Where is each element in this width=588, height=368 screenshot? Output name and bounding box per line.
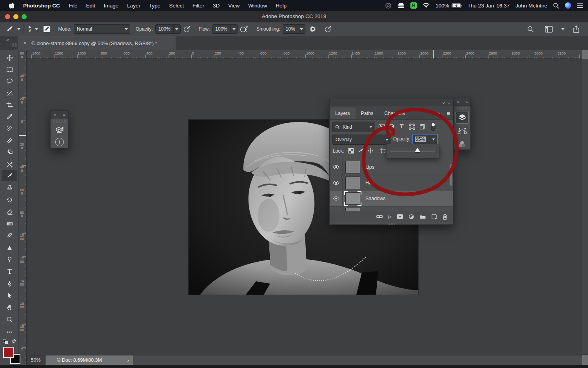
close-document-icon[interactable]: × (24, 40, 27, 46)
tab-channels[interactable]: Channels (379, 107, 411, 119)
filter-toggle-switch[interactable] (428, 122, 438, 131)
menu-image[interactable]: Image (100, 3, 123, 9)
menu-file[interactable]: File (65, 3, 82, 9)
close-panel-icon[interactable]: × (457, 100, 459, 104)
menu-edit[interactable]: Edit (82, 3, 100, 9)
eraser-tool[interactable] (2, 207, 17, 217)
move-tool[interactable] (2, 53, 17, 63)
app-menu-photoshop[interactable]: Photoshop CC (19, 3, 65, 9)
new-group-button[interactable] (419, 214, 426, 219)
resize-grip[interactable] (582, 354, 588, 365)
pen-tool[interactable] (2, 279, 17, 289)
lasso-tool[interactable] (2, 76, 17, 87)
dodge-tool[interactable] (2, 254, 17, 265)
blur-tool[interactable] (2, 242, 17, 253)
opacity-field[interactable]: 100% (155, 24, 181, 34)
toggle-brush-panel-icon[interactable] (43, 25, 51, 33)
lock-transparent-icon[interactable] (348, 148, 354, 154)
brush-picker-chevron[interactable] (35, 28, 38, 30)
menu-3d[interactable]: 3D (209, 3, 224, 9)
visibility-eye-icon[interactable] (330, 191, 343, 206)
healing-brush-tool[interactable] (2, 135, 17, 146)
channels-panel-icon[interactable] (456, 138, 468, 150)
stacks-menubar-icon[interactable] (397, 3, 405, 9)
workspace-chevron[interactable] (561, 28, 564, 30)
panel-menu-icon[interactable]: ≡ (447, 110, 450, 117)
battery-status[interactable]: 100% (436, 3, 462, 9)
path-selection-tool[interactable] (2, 290, 17, 301)
info-panel-icon[interactable]: i (51, 136, 68, 148)
tab-paths[interactable]: Paths (356, 107, 379, 119)
green-app-menubar-icon[interactable] (410, 2, 417, 9)
opacity-slider-track[interactable] (390, 151, 435, 151)
panel-grip[interactable] (457, 107, 467, 109)
status-options-chevron[interactable]: › (127, 357, 129, 363)
shape-layer-filter-icon[interactable] (407, 122, 417, 131)
adjustment-layer-filter-icon[interactable] (387, 122, 396, 131)
swap-colors-icon[interactable] (11, 338, 17, 344)
smoothing-options-gear-icon[interactable] (309, 26, 316, 33)
wifi-icon[interactable] (423, 3, 430, 8)
default-colors-icon[interactable] (3, 339, 8, 344)
new-adjustment-layer-button[interactable] (408, 214, 414, 220)
layer-thumbnail[interactable] (345, 161, 360, 173)
tab-overflow-area[interactable]: » (0, 36, 18, 50)
airbrush-icon[interactable] (240, 25, 249, 33)
new-layer-button[interactable] (431, 214, 437, 220)
search-icon[interactable] (527, 26, 534, 33)
close-panel-icon[interactable]: × (442, 101, 445, 106)
smart-object-filter-icon[interactable] (417, 122, 427, 131)
hand-tool[interactable] (2, 302, 17, 313)
workspace-switcher-icon[interactable] (545, 26, 553, 33)
collapse-panel-icon[interactable]: » (447, 101, 449, 106)
collapse-panel-icon[interactable]: » (63, 112, 65, 117)
type-tool[interactable] (2, 266, 17, 277)
opacity-pressure-icon[interactable] (183, 25, 191, 33)
layer-row-hair[interactable]: Hair (330, 175, 453, 191)
flow-field[interactable]: 100% (212, 24, 238, 34)
support-menubar-icon[interactable] (385, 2, 392, 9)
spot-healing-brush-tool[interactable] (2, 123, 17, 134)
gradient-tool[interactable] (2, 219, 17, 229)
layer-thumbnail[interactable] (345, 177, 360, 189)
siri-icon[interactable] (565, 2, 571, 9)
paths-panel-icon[interactable] (456, 125, 468, 137)
tab-layers[interactable]: Layers (330, 107, 356, 119)
layers-panel-icon[interactable] (456, 111, 469, 124)
type-layer-filter-icon[interactable]: T (397, 122, 407, 131)
menu-view[interactable]: View (224, 3, 244, 9)
user-menu[interactable]: John McIntire (515, 3, 547, 9)
lock-paint-icon[interactable] (358, 148, 364, 154)
layer-opacity-field[interactable]: 65% (412, 134, 438, 145)
menu-type[interactable]: Type (145, 3, 165, 9)
smoothing-pressure-icon[interactable] (324, 25, 332, 33)
apple-menu[interactable] (5, 2, 19, 9)
foreground-color-swatch[interactable] (3, 347, 14, 358)
menu-layer[interactable]: Layer (123, 3, 145, 9)
share-icon[interactable] (573, 26, 579, 33)
panel-grip[interactable] (53, 120, 66, 123)
vertical-scrollbar-track[interactable] (582, 50, 588, 365)
opacity-slider-thumb[interactable] (415, 148, 420, 152)
visibility-eye-icon[interactable] (330, 159, 343, 175)
eyedropper-tool[interactable] (2, 111, 17, 122)
history-brush-tool[interactable] (2, 195, 17, 205)
lock-artboard-icon[interactable] (380, 148, 387, 154)
libraries-panel-icon[interactable] (51, 124, 68, 136)
patch-tool[interactable] (2, 147, 17, 158)
smoothing-field[interactable]: 10% (283, 24, 305, 34)
zoom-level-field[interactable]: 50% (27, 355, 45, 365)
menu-help[interactable]: Help (271, 3, 291, 9)
menubar-clock[interactable]: Thu 23 Jan 16:37 (468, 3, 510, 9)
layer-filter-select[interactable]: Kind (332, 122, 375, 132)
close-panel-icon[interactable]: × (54, 112, 56, 117)
smudge-tool[interactable] (2, 230, 17, 240)
tool-preset-chevron[interactable] (17, 28, 20, 30)
layer-row-shadows[interactable]: Shadows (330, 191, 453, 207)
link-layers-button[interactable] (376, 215, 383, 219)
menu-select[interactable]: Select (165, 3, 188, 9)
tab-overflow-chevrons[interactable]: » (6, 37, 9, 42)
document-tab[interactable]: × © clone-stamp-8966 copy @ 50% (Shadows… (18, 36, 176, 50)
layer-style-button[interactable]: fx (388, 213, 392, 220)
brush-preset-picker[interactable]: 9 (29, 26, 31, 33)
